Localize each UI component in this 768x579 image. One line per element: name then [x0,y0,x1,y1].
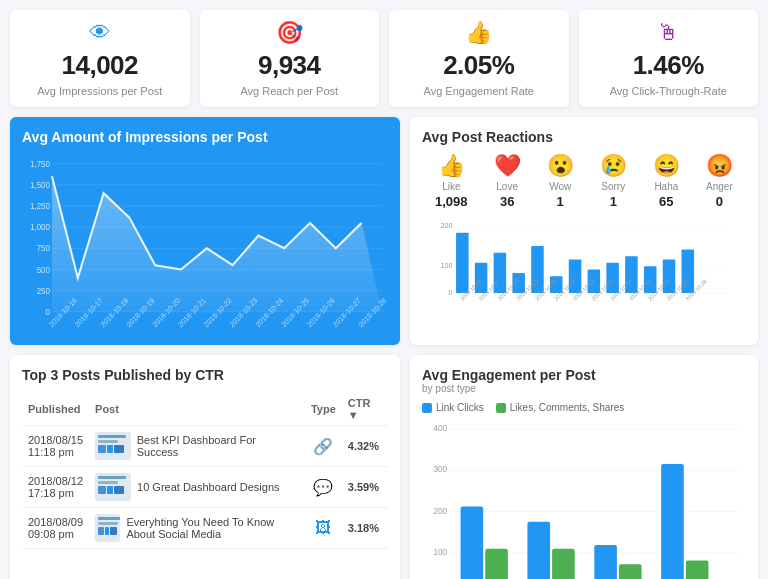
bar-status-clicks [594,545,617,579]
thumb-2 [95,473,131,501]
type-3: 🖼 [305,508,342,549]
ctr-3: 3.18% [342,508,388,549]
anger-count: 0 [716,194,723,209]
svg-text:1,750: 1,750 [30,160,50,169]
date-1: 2018/08/15 [28,434,83,446]
type-icon-3: 🖼 [315,519,331,536]
impressions-svg: 1,750 1,500 1,250 1,000 750 500 250 0 [22,153,388,333]
stat-engagement: 👍 2.05% Avg Engagement Rate [389,10,569,107]
reaction-like: 👍 Like 1,098 [435,153,468,209]
time-2: 17:18 pm [28,487,74,499]
love-emoji: ❤️ [494,153,521,179]
legend-label-clicks: Link Clicks [436,402,484,413]
col-published: Published [22,393,89,426]
reaction-haha: 😄 Haha 65 [653,153,680,209]
svg-text:200: 200 [433,507,447,516]
impressions-chart: 1,750 1,500 1,250 1,000 750 500 250 0 [22,153,388,333]
col-post: Post [89,393,305,426]
date-3: 2018/08/09 [28,516,83,528]
like-count: 1,098 [435,194,468,209]
svg-text:500: 500 [37,265,51,274]
engagement-label: Avg Engagement Rate [424,85,534,97]
engagement-chart: 400 300 200 100 0 [422,419,746,579]
reactions-title: Avg Post Reactions [422,129,746,145]
dashboard: 👁 14,002 Avg Impressions per Post 🎯 9,93… [0,0,768,579]
impressions-label: Avg Impressions per Post [37,85,162,97]
bar-link-lcs [485,549,508,579]
svg-text:0: 0 [46,308,51,317]
sorry-count: 1 [610,194,617,209]
reactions-bar-svg: 200 100 0 [422,217,746,302]
thumb-3 [95,514,120,542]
reactions-icons: 👍 Like 1,098 ❤️ Love 36 😮 Wow 1 😢 Sorry [422,153,746,209]
svg-text:100: 100 [433,548,447,557]
type-1: 🔗 [305,426,342,467]
svg-text:400: 400 [433,424,447,433]
impressions-value: 14,002 [61,50,138,81]
post-3: Everyhting You Need To Know About Social… [89,508,305,549]
love-count: 36 [500,194,514,209]
haha-name: Haha [654,181,678,192]
table-row: 2018/08/12 17:18 pm [22,467,388,508]
ctr-label: Avg Click-Through-Rate [610,85,727,97]
sorry-name: Sorry [601,181,625,192]
time-3: 09:08 pm [28,528,74,540]
engagement-title: Avg Engagement per Post [422,367,746,383]
published-2: 2018/08/12 17:18 pm [22,467,89,508]
time-1: 11:18 pm [28,446,74,458]
post-title-1: Best KPI Dashboard For Success [137,434,299,458]
thumbsup-icon: 👍 [465,20,492,46]
post-title-2: 10 Great Dashboard Designs [137,481,279,493]
stat-ctr: 🖱 1.46% Avg Click-Through-Rate [579,10,759,107]
stats-row: 👁 14,002 Avg Impressions per Post 🎯 9,93… [10,10,758,107]
reaction-sorry: 😢 Sorry 1 [600,153,627,209]
eye-icon: 👁 [89,20,111,46]
anger-name: Anger [706,181,733,192]
table-row: 2018/08/15 11:18 pm [22,426,388,467]
published-1: 2018/08/15 11:18 pm [22,426,89,467]
reactions-card: Avg Post Reactions 👍 Like 1,098 ❤️ Love … [410,117,758,345]
engagement-card: Avg Engagement per Post by post type Lin… [410,355,758,579]
reaction-wow: 😮 Wow 1 [547,153,574,209]
bottom-row: Top 3 Posts Published by CTR Published P… [10,355,758,579]
love-name: Love [496,181,518,192]
impressions-chart-title: Avg Amount of Impressions per Post [22,129,388,145]
anger-emoji: 😡 [706,153,733,179]
svg-text:1,250: 1,250 [30,202,50,211]
reactions-bar-chart: 200 100 0 [422,217,746,302]
ctr-1: 4.32% [342,426,388,467]
wow-count: 1 [557,194,564,209]
legend-dot-blue [422,403,432,413]
bar-video-lcs [686,560,709,579]
type-2: 💬 [305,467,342,508]
post-title-3: Everyhting You Need To Know About Social… [126,516,299,540]
table-title: Top 3 Posts Published by CTR [22,367,388,383]
haha-emoji: 😄 [653,153,680,179]
svg-text:1,000: 1,000 [30,223,50,232]
type-icon-1: 🔗 [313,438,333,455]
col-type: Type [305,393,342,426]
engagement-subtitle: by post type [422,383,746,394]
reaction-anger: 😡 Anger 0 [706,153,733,209]
like-emoji: 👍 [438,153,465,179]
posts-table: Published Post Type CTR ▼ 2018/08/15 11:… [22,393,388,549]
bar-link-clicks [461,506,484,579]
sorry-emoji: 😢 [600,153,627,179]
published-3: 2018/08/09 09:08 pm [22,508,89,549]
thumb-1 [95,432,131,460]
target-icon: 🎯 [276,20,303,46]
middle-row: Avg Amount of Impressions per Post 1,750… [10,117,758,345]
bar-video-clicks [661,464,684,579]
reach-label: Avg Reach per Post [240,85,338,97]
svg-text:1,500: 1,500 [30,181,50,190]
post-1: Best KPI Dashboard For Success [89,426,305,467]
svg-text:750: 750 [37,244,51,253]
ctr-value: 1.46% [633,50,704,81]
wow-name: Wow [549,181,571,192]
legend-likes: Likes, Comments, Shares [496,402,625,413]
like-name: Like [442,181,460,192]
type-icon-2: 💬 [313,479,333,496]
table-card: Top 3 Posts Published by CTR Published P… [10,355,400,579]
bar-photo-clicks [527,522,550,579]
stat-reach: 🎯 9,934 Avg Reach per Post [200,10,380,107]
